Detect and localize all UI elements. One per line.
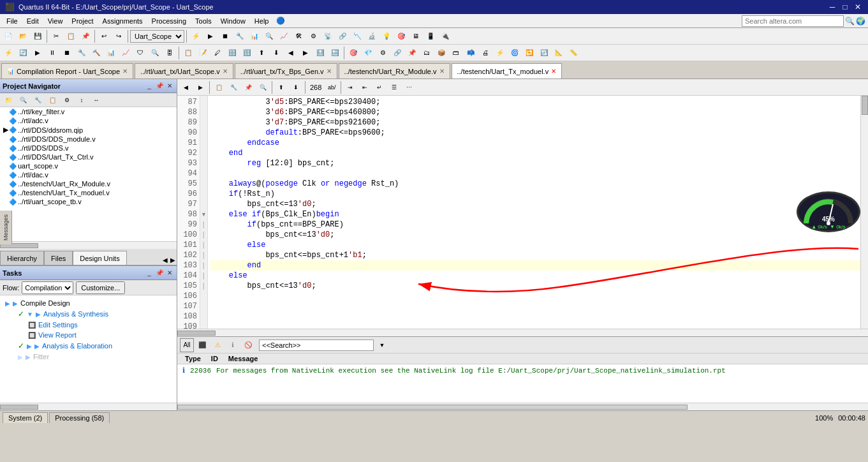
- tb2-btn-19[interactable]: ⬇: [269, 46, 283, 60]
- expand-arrow[interactable]: ▶: [18, 354, 23, 361]
- tb2-btn-31[interactable]: 🗃: [449, 46, 463, 60]
- tb2-btn-6[interactable]: 🔧: [75, 46, 89, 60]
- flow-edit-settings[interactable]: 🔲 Edit Settings: [26, 320, 174, 330]
- tab-1[interactable]: ../rtl/uart_tx/Uart_Scope.v ✕: [135, 63, 233, 78]
- save-btn[interactable]: 💾: [31, 29, 45, 43]
- menu-help[interactable]: Help: [251, 16, 273, 26]
- tab-1-close[interactable]: ✕: [223, 68, 228, 75]
- flow-analysis-synthesis[interactable]: ✓ ▼ ▶ Analysis & Synthesis: [15, 308, 174, 320]
- tree-item[interactable]: 🔷 ../testench/Uart_Tx_moduel.v: [0, 188, 177, 197]
- messages-side-label[interactable]: Messages: [1, 212, 10, 243]
- code-vscrollbar[interactable]: [860, 96, 868, 329]
- tasks-hscrollbar[interactable]: [0, 403, 177, 410]
- tb2-btn-35[interactable]: 🌀: [508, 46, 522, 60]
- tb2-btn-28[interactable]: 📌: [405, 46, 419, 60]
- tb2-btn-26[interactable]: ⚙: [376, 46, 390, 60]
- ed-tb-6[interactable]: 🔍: [256, 80, 270, 94]
- tb-btn-13[interactable]: ⚙: [306, 29, 320, 43]
- expand-icon[interactable]: ▶: [3, 126, 9, 134]
- tb-btn-7[interactable]: ⏹: [218, 29, 232, 43]
- tb2-btn-39[interactable]: 📏: [566, 46, 580, 60]
- tree-item[interactable]: 🔷 ../rtl/dac.v: [0, 170, 177, 179]
- tb2-btn-23[interactable]: 🔚: [328, 46, 342, 60]
- tb-btn-11[interactable]: 📈: [277, 29, 291, 43]
- tb2-btn-33[interactable]: 🖨: [478, 46, 492, 60]
- tasks-close-btn[interactable]: ✕: [165, 269, 174, 276]
- tb-btn-6[interactable]: ▶: [203, 29, 217, 43]
- ed-tb-4[interactable]: 🔧: [226, 80, 240, 94]
- tb-btn-20[interactable]: 🖥: [409, 29, 423, 43]
- tb-btn-10[interactable]: 🔍: [262, 29, 276, 43]
- tb2-btn-37[interactable]: 🔃: [537, 46, 551, 60]
- tab-3-close[interactable]: ✕: [439, 68, 445, 75]
- flow-analysis-elaboration[interactable]: ✓ ▶ ▶ Analysis & Elaboration: [15, 340, 174, 352]
- tb2-btn-11[interactable]: 🔍: [148, 46, 162, 60]
- tab-0-close[interactable]: ✕: [122, 68, 128, 75]
- menu-window[interactable]: Window: [217, 16, 249, 26]
- tab-4[interactable]: ../testench/Uart_Tx_moduel.v ✕: [452, 63, 563, 78]
- nav-tb-3[interactable]: 🔧: [31, 93, 45, 107]
- ed-format-btn[interactable]: ☰: [387, 80, 401, 94]
- tree-item[interactable]: 🔷 ../rtl/key_filter.v: [0, 107, 177, 116]
- close-btn[interactable]: ✕: [853, 3, 863, 11]
- new-btn[interactable]: 📄: [1, 29, 15, 43]
- tb2-btn-22[interactable]: 🔝: [313, 46, 327, 60]
- msg-search-input[interactable]: [259, 339, 374, 351]
- tb-btn-16[interactable]: 📉: [350, 29, 364, 43]
- cut-btn[interactable]: ✂: [49, 29, 63, 43]
- flow-view-report[interactable]: 🔲 View Report: [26, 330, 174, 340]
- tb2-btn-16[interactable]: 🔡: [225, 46, 239, 60]
- msg-error-btn[interactable]: ⬛: [195, 338, 209, 352]
- tb2-btn-21[interactable]: ▶: [298, 46, 313, 60]
- tb2-btn-36[interactable]: 🔁: [522, 46, 536, 60]
- tasks-minimize-btn[interactable]: _: [145, 269, 154, 276]
- minimize-panel-btn[interactable]: _: [145, 82, 154, 89]
- code-hsb-thumb[interactable]: [177, 331, 216, 336]
- tb2-btn-7[interactable]: 🔨: [89, 46, 103, 60]
- maximize-btn[interactable]: □: [840, 3, 850, 11]
- tb-btn-15[interactable]: 🔗: [335, 29, 349, 43]
- tb-btn-14[interactable]: 📡: [321, 29, 335, 43]
- msg-content[interactable]: ℹ 22036 For messages from NativeLink exe…: [177, 364, 868, 403]
- status-tab-system[interactable]: System (2): [3, 412, 48, 423]
- msg-hscrollbar[interactable]: [177, 403, 868, 410]
- tb2-btn-18[interactable]: ⬆: [254, 46, 268, 60]
- flow-fitter[interactable]: ▶ ▶ Fitter: [15, 352, 174, 362]
- tb2-btn-20[interactable]: ◀: [284, 46, 298, 60]
- msg-all-btn[interactable]: All: [180, 338, 194, 352]
- nav-tb-2[interactable]: 🔍: [16, 93, 30, 107]
- tb2-btn-17[interactable]: 🔢: [240, 46, 254, 60]
- tb2-btn-14[interactable]: 📝: [196, 46, 210, 60]
- tree-item[interactable]: 🔷 ../rtl/DDS/Uart_Tx_Ctrl.v: [0, 153, 177, 161]
- tb-btn-21[interactable]: 📱: [423, 29, 438, 43]
- msg-search-dropdown[interactable]: ▼: [375, 338, 389, 352]
- tab-0[interactable]: 📊 Compilation Report - Uart_Scope ✕: [1, 63, 133, 78]
- ed-tb-8[interactable]: ⬇: [289, 80, 303, 94]
- nav-arrow-left[interactable]: ◀: [161, 255, 169, 265]
- tb-btn-18[interactable]: 💡: [379, 29, 394, 43]
- tb-btn-9[interactable]: 📊: [247, 29, 261, 43]
- tb2-btn-24[interactable]: 🎯: [346, 46, 360, 60]
- menu-file[interactable]: File: [3, 16, 22, 26]
- undo-btn[interactable]: ↩: [97, 29, 111, 43]
- tb-btn-19[interactable]: 🎯: [394, 29, 408, 43]
- nav-tb-5[interactable]: ⚙: [60, 93, 74, 107]
- nav-arrow-right[interactable]: ▶: [169, 255, 177, 265]
- tb2-btn-25[interactable]: 💎: [361, 46, 375, 60]
- tb2-btn-27[interactable]: 🔗: [390, 46, 404, 60]
- ed-back-btn[interactable]: ◀: [179, 80, 193, 94]
- tb-btn-12[interactable]: 🛠: [291, 29, 305, 43]
- minimize-btn[interactable]: ─: [827, 3, 837, 11]
- ed-ab-btn[interactable]: ab/: [325, 80, 339, 94]
- msg-warn-btn[interactable]: ⚠: [210, 338, 224, 352]
- tb2-btn-38[interactable]: 📐: [552, 46, 566, 60]
- tree-item[interactable]: 🔷 ../testench/Uart_Rx_Module.v: [0, 179, 177, 188]
- project-combo[interactable]: Uart_Scope: [130, 30, 184, 43]
- tb-btn-22[interactable]: 🔌: [438, 29, 452, 43]
- tb2-btn-9[interactable]: 📈: [119, 46, 133, 60]
- tasks-pin-btn[interactable]: 📌: [155, 269, 164, 276]
- tb2-btn-13[interactable]: 📋: [181, 46, 195, 60]
- tree-item[interactable]: 🔷 ../rtl/DDS/DDS.v: [0, 144, 177, 153]
- paste-btn[interactable]: 📌: [78, 29, 92, 43]
- tb2-btn-4[interactable]: ⏸: [45, 46, 59, 60]
